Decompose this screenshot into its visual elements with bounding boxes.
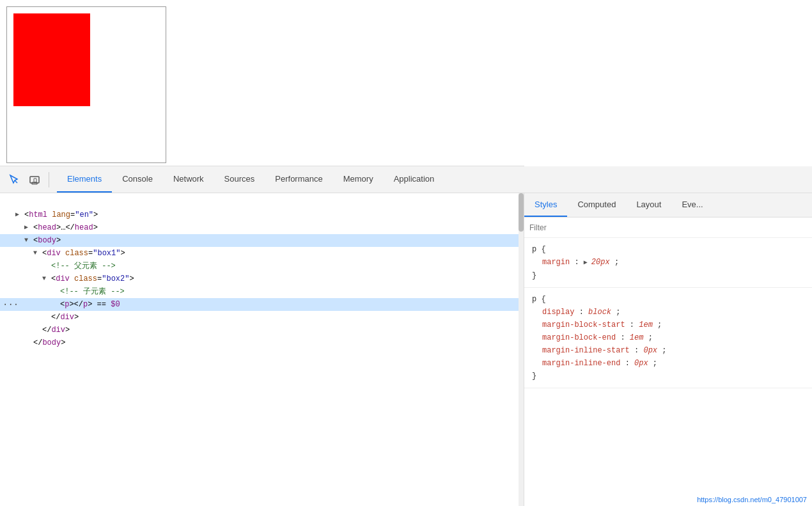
tab-elements[interactable]: Elements [57, 166, 112, 193]
tab-network[interactable]: Network [163, 166, 214, 193]
css-prop-margin-inline-end: margin-inline-end : 0px ; [532, 357, 804, 370]
dom-line[interactable]: </body> [0, 336, 524, 349]
dom-scrollbar[interactable] [519, 193, 524, 506]
red-box [13, 13, 90, 106]
dom-node-text: <head>…</head> [33, 221, 98, 234]
device-toolbar-button[interactable] [26, 171, 43, 189]
footer-bar: https://blog.csdn.net/m0_47901007 [524, 493, 812, 506]
dom-node-text: <!-- 子元素 --> [60, 285, 125, 298]
dom-line[interactable]: </div> [0, 311, 524, 324]
filter-bar [524, 217, 812, 238]
devtools-tabs: Elements Console Network Sources Perform… [54, 166, 444, 193]
dom-line[interactable]: ▼ <div class="box2"> [0, 273, 524, 285]
dom-tree-arrow[interactable]: ▼ [33, 247, 42, 260]
dom-node-text: </div> [42, 324, 70, 336]
styles-panel: Styles Computed Layout Eve... [524, 193, 812, 506]
dom-node-text: </div> [51, 311, 79, 324]
devtools-toolbar: Elements Console Network Sources Perform… [0, 166, 812, 193]
css-selector: p { [532, 245, 546, 254]
dom-node-text: </body> [33, 336, 65, 349]
css-prop-margin-block-end: margin-block-end : 1em ; [532, 331, 804, 344]
css-prop-display: display : block ; [532, 306, 804, 319]
dom-line[interactable]: ▶ <head>…</head> [0, 221, 524, 234]
devtools-content: ▶ <html lang="en">▶ <head>…</head>▼ <bod… [0, 193, 812, 506]
dom-tree-arrow[interactable]: ▼ [24, 234, 33, 247]
browser-preview [0, 0, 524, 166]
css-selector-2: p { [532, 295, 546, 304]
dom-panel: ▶ <html lang="en">▶ <head>…</head>▼ <bod… [0, 193, 524, 506]
dom-node-text: <div class="box1"> [42, 247, 125, 260]
css-rule-2: p { display : block ; margin-block-start… [524, 288, 812, 388]
subtab-computed[interactable]: Computed [567, 193, 626, 217]
filter-input[interactable] [529, 223, 807, 232]
dom-line[interactable]: ▼ <div class="box1"> [0, 247, 524, 260]
tab-memory[interactable]: Memory [333, 166, 384, 193]
tab-performance[interactable]: Performance [265, 166, 332, 193]
dom-node-text: <div class="box2"> [51, 273, 134, 285]
dom-scroll-container: ▶ <html lang="en">▶ <head>…</head>▼ <bod… [0, 193, 524, 506]
footer-link[interactable]: https://blog.csdn.net/m0_47901007 [697, 496, 807, 503]
inspect-element-button[interactable] [5, 171, 23, 189]
devtools-panel: Elements Console Network Sources Perform… [0, 166, 812, 506]
subtab-layout[interactable]: Layout [626, 193, 671, 217]
css-arrow-expand[interactable]: ▶ [584, 259, 591, 266]
dom-line[interactable]: ···<p></p> == $0 [0, 298, 524, 311]
tab-console[interactable]: Console [112, 166, 163, 193]
canvas-frame [6, 6, 166, 163]
toolbar-divider [49, 172, 49, 187]
styles-content: p { margin : ▶ 20px ; } [524, 238, 812, 506]
svg-rect-3 [34, 178, 36, 182]
dom-node-text: <body> [33, 234, 61, 247]
dom-line[interactable]: ▶ <html lang="en"> [0, 209, 524, 221]
dom-tree: ▶ <html lang="en">▶ <head>…</head>▼ <bod… [0, 193, 524, 506]
css-property-line: margin : ▶ 20px ; [532, 256, 804, 269]
dom-node-text: <!-- 父元素 --> [51, 260, 116, 273]
tab-application[interactable]: Application [384, 166, 445, 193]
dom-scrollbar-thumb[interactable] [519, 193, 524, 232]
subtab-styles[interactable]: Styles [524, 193, 567, 217]
dom-tree-arrow[interactable]: ▶ [15, 209, 24, 221]
dom-line[interactable]: ▼ <body> [0, 234, 524, 247]
active-line-indicator: ··· [3, 298, 15, 311]
dom-tree-arrow[interactable]: ▶ [24, 221, 33, 234]
dom-line[interactable]: <!-- 父元素 --> [0, 260, 524, 273]
dom-node-text: <p></p> == $0 [60, 298, 120, 311]
css-prop: margin [542, 258, 570, 267]
css-rule-1: p { margin : ▶ 20px ; } [524, 238, 812, 288]
css-prop-margin-inline-start: margin-inline-start : 0px ; [532, 344, 804, 357]
svg-line-0 [15, 180, 17, 183]
dom-tree-arrow[interactable]: ▼ [42, 273, 51, 285]
css-prop-margin-block-start: margin-block-start : 1em ; [532, 319, 804, 331]
css-value: 20px [591, 258, 610, 267]
tab-sources[interactable]: Sources [214, 166, 265, 193]
dom-line[interactable] [0, 196, 524, 209]
subtab-event-listeners[interactable]: Eve... [671, 193, 713, 217]
dom-node-text: <html lang="en"> [24, 209, 98, 221]
dom-line[interactable]: <!-- 子元素 --> [0, 285, 524, 298]
dom-line[interactable]: </div> [0, 324, 524, 336]
styles-subtabs: Styles Computed Layout Eve... [524, 193, 812, 217]
